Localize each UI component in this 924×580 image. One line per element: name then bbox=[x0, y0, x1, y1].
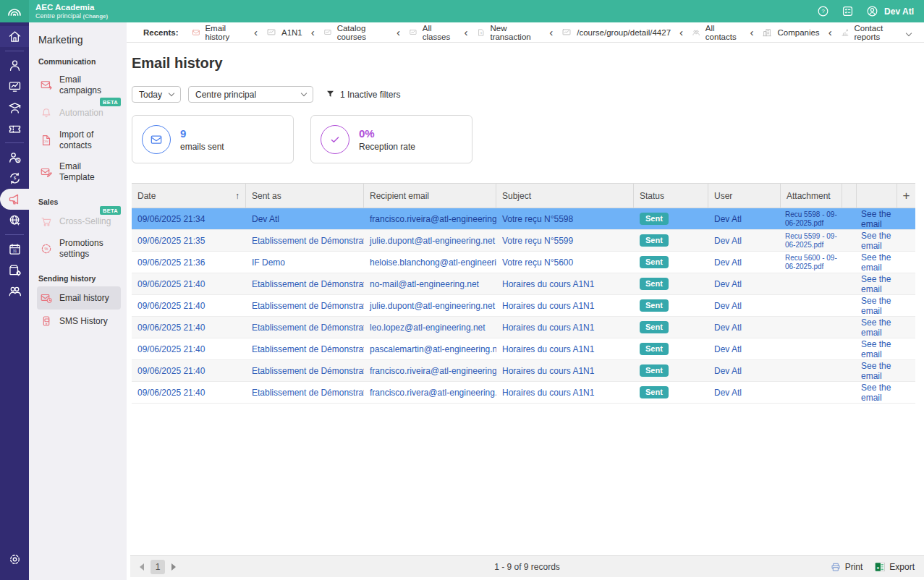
logo-button[interactable] bbox=[0, 0, 29, 22]
rail-item-calendar[interactable]: 31 bbox=[0, 239, 29, 260]
recent-item-a1n1[interactable]: A1N1 bbox=[266, 27, 302, 38]
sent-status-badge: Sent bbox=[640, 364, 669, 377]
recent-item-catalog-courses[interactable]: Catalog courses bbox=[323, 24, 388, 41]
table-row[interactable]: 09/06/2025 21:36 IF Demo heloise.blancho… bbox=[132, 252, 915, 273]
section-sending-history: Sending history bbox=[38, 274, 127, 283]
beta-badge: BETA bbox=[100, 98, 121, 106]
page-number-button[interactable]: 1 bbox=[151, 560, 165, 574]
table-row[interactable]: 09/06/2025 21:40 Etablissement de Démons… bbox=[132, 382, 915, 404]
chevron-down-icon bbox=[301, 90, 307, 96]
table-row[interactable]: 09/06/2025 21:40 Etablissement de Démons… bbox=[132, 338, 915, 360]
chevron-left-icon: ‹ bbox=[750, 27, 753, 38]
change-center-link[interactable]: (Change) bbox=[83, 13, 109, 20]
rail-item-marketing[interactable] bbox=[0, 189, 29, 210]
whiteboard-icon bbox=[7, 79, 22, 94]
column-header-recipient[interactable]: Recipient email bbox=[364, 184, 496, 208]
recents-expand-chevron[interactable] bbox=[902, 25, 915, 40]
see-the-email-link[interactable]: See the email bbox=[857, 274, 897, 294]
user-name: Dev Atl bbox=[884, 7, 914, 17]
column-header-attachment[interactable]: Attachment bbox=[781, 184, 842, 208]
menu-item-email-template[interactable]: Email Template bbox=[37, 156, 121, 188]
inactive-filters-button[interactable]: 1 Inactive filters bbox=[326, 90, 400, 100]
rail-item-contacts[interactable] bbox=[0, 55, 29, 76]
check-icon bbox=[321, 125, 349, 154]
table-row[interactable]: 09/06/2025 21:40 Etablissement de Démons… bbox=[132, 317, 915, 338]
table-row[interactable]: 09/06/2025 21:40 Etablissement de Démons… bbox=[132, 273, 915, 295]
cell-sent-as: Etablissement de Démonstration bbox=[246, 279, 364, 289]
cell-status: Sent bbox=[634, 343, 708, 355]
rail-item-home[interactable] bbox=[0, 26, 29, 47]
beta-badge: BETA bbox=[100, 206, 121, 215]
rail-item-settings[interactable] bbox=[0, 549, 29, 570]
recent-item-all-contacts[interactable]: All contacts bbox=[692, 24, 741, 41]
menu-item-email-history[interactable]: Email history bbox=[37, 286, 121, 310]
see-the-email-link[interactable]: See the email bbox=[857, 361, 897, 381]
add-column-button[interactable]: + bbox=[897, 184, 915, 208]
rail-divider bbox=[5, 234, 24, 235]
column-header-status[interactable]: Status bbox=[634, 184, 708, 208]
table-row[interactable]: 09/06/2025 21:40 Etablissement de Démons… bbox=[132, 295, 915, 317]
attachment-link[interactable]: Recu 5599 - 09-06-2025.pdf bbox=[781, 232, 842, 250]
next-page-arrow[interactable] bbox=[171, 563, 176, 571]
menu-item-sms-history[interactable]: SMS History bbox=[37, 310, 121, 333]
sent-status-badge: Sent bbox=[640, 299, 669, 312]
table-row[interactable]: 09/06/2025 21:40 Etablissement de Démons… bbox=[132, 360, 915, 382]
center-select[interactable]: Centre principal bbox=[188, 86, 313, 103]
column-header-user[interactable]: User bbox=[708, 184, 781, 208]
column-header-subject[interactable]: Subject bbox=[496, 184, 634, 208]
svg-text:$: $ bbox=[480, 31, 482, 34]
topbar-actions: ? Dev Atl bbox=[816, 4, 924, 18]
see-the-email-link[interactable]: See the email bbox=[857, 252, 897, 273]
period-select[interactable]: Today bbox=[132, 86, 181, 103]
person-dollar-icon: $ bbox=[7, 150, 22, 165]
icon-rail: $ $ 31 bbox=[0, 22, 29, 580]
rail-item-transactions[interactable]: $ bbox=[0, 168, 29, 189]
rail-item-classes[interactable] bbox=[0, 76, 29, 97]
menu-item-cross-selling[interactable]: Cross-Selling BETA bbox=[37, 210, 121, 233]
export-button[interactable]: x Export bbox=[874, 561, 915, 573]
recent-item-new-transaction[interactable]: $ New transaction bbox=[477, 24, 541, 41]
attachment-link[interactable]: Recu 5598 - 09-06-2025.pdf bbox=[781, 210, 842, 228]
rail-item-website[interactable] bbox=[0, 210, 29, 231]
rail-item-community[interactable] bbox=[0, 281, 29, 302]
rail-item-students[interactable] bbox=[0, 97, 29, 118]
table-row[interactable]: 09/06/2025 21:35 Etablissement de Démons… bbox=[132, 230, 915, 252]
stat-cards: 9 emails sent 0% Reception rate bbox=[132, 115, 924, 163]
see-the-email-link[interactable]: See the email bbox=[857, 383, 897, 403]
reception-rate-card: 0% Reception rate bbox=[310, 115, 472, 163]
tasks-icon[interactable] bbox=[841, 4, 855, 18]
attachment-link[interactable]: Recu 5600 - 09-06-2025.pdf bbox=[781, 254, 842, 271]
cell-user: Dev Atl bbox=[708, 388, 781, 398]
rail-item-tickets[interactable] bbox=[0, 118, 29, 139]
chevron-left-icon: ‹ bbox=[465, 27, 468, 38]
menu-item-automation[interactable]: Automation BETA bbox=[37, 101, 121, 124]
see-the-email-link[interactable]: See the email bbox=[857, 339, 897, 359]
cell-date: 09/06/2025 21:40 bbox=[132, 344, 246, 354]
user-menu[interactable]: Dev Atl bbox=[865, 4, 914, 18]
percent-icon: % bbox=[40, 242, 53, 255]
column-header-sent-as[interactable]: Sent as bbox=[246, 184, 364, 208]
help-icon[interactable]: ? bbox=[816, 4, 830, 18]
cell-status: Sent bbox=[634, 256, 708, 268]
prev-page-arrow[interactable] bbox=[140, 563, 144, 571]
menu-item-promotions-settings[interactable]: % Promotions settings bbox=[37, 233, 121, 265]
rail-item-sales-contacts[interactable]: $ bbox=[0, 147, 29, 168]
recent-item-all-classes[interactable]: All classes bbox=[409, 24, 456, 41]
print-button[interactable]: Print bbox=[830, 561, 863, 573]
see-the-email-link[interactable]: See the email bbox=[857, 296, 897, 316]
cell-subject: Horaires du cours A1N1 bbox=[496, 344, 634, 354]
column-header-date[interactable]: Date ↑ bbox=[132, 184, 246, 208]
see-the-email-link[interactable]: See the email bbox=[857, 209, 897, 229]
see-the-email-link[interactable]: See the email bbox=[857, 231, 897, 251]
cell-subject: Horaires du cours A1N1 bbox=[496, 301, 634, 311]
menu-item-label: Email Template bbox=[59, 161, 118, 183]
recent-item-contact-reports[interactable]: Contact reports bbox=[841, 24, 902, 41]
table-row[interactable]: 09/06/2025 21:34 Dev Atl francisco.rivei… bbox=[132, 208, 915, 230]
see-the-email-link[interactable]: See the email bbox=[857, 317, 897, 338]
menu-item-import-contacts[interactable]: CSV Import of contacts bbox=[37, 124, 121, 156]
menu-item-email-campaigns[interactable]: Email campaigns bbox=[37, 69, 121, 101]
recent-item-email-history[interactable]: Email history bbox=[192, 24, 245, 41]
recent-item-companies[interactable]: Companies bbox=[762, 27, 819, 38]
recent-item-course-group[interactable]: /course/group/detail/4427 bbox=[561, 27, 671, 38]
rail-item-products[interactable] bbox=[0, 260, 29, 281]
